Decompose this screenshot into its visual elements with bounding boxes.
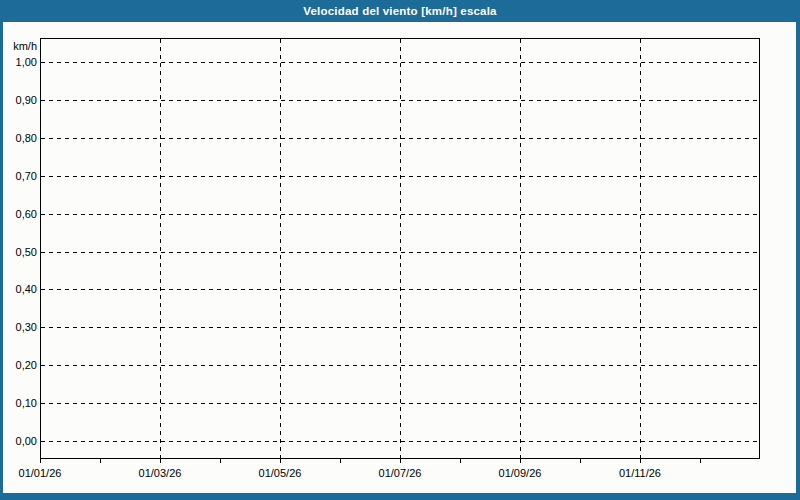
x-tick bbox=[160, 459, 161, 463]
x-tick bbox=[280, 459, 281, 463]
x-tick bbox=[40, 459, 41, 463]
x-tick bbox=[520, 459, 521, 463]
x-tick bbox=[340, 459, 341, 463]
x-tick-label: 01/01/26 bbox=[4, 467, 76, 479]
x-tick bbox=[580, 459, 581, 463]
y-tick-label: 0,70 bbox=[0, 170, 37, 183]
x-tick bbox=[640, 459, 641, 463]
x-gridline bbox=[160, 39, 161, 458]
y-tick-label: 1,00 bbox=[0, 56, 37, 69]
y-tick-label: 0,00 bbox=[0, 435, 37, 448]
title-bar: Velocidad del viento [km/h] escala bbox=[0, 0, 800, 22]
x-gridline bbox=[400, 39, 401, 458]
x-gridline bbox=[520, 39, 521, 458]
y-tick-label: 0,40 bbox=[0, 283, 37, 296]
y-tick-label: 0,80 bbox=[0, 132, 37, 145]
chart-window: Velocidad del viento [km/h] escala km/h … bbox=[0, 0, 800, 500]
plot-area: km/h 1,000,900,800,700,600,500,400,300,2… bbox=[40, 38, 760, 459]
y-tick-label: 0,60 bbox=[0, 208, 37, 221]
chart-title: Velocidad del viento [km/h] escala bbox=[303, 5, 496, 17]
y-tick-label: 0,50 bbox=[0, 246, 37, 259]
x-tick bbox=[100, 459, 101, 463]
chart-canvas: km/h 1,000,900,800,700,600,500,400,300,2… bbox=[3, 22, 796, 493]
x-tick-label: 01/05/26 bbox=[244, 467, 316, 479]
x-tick-label: 01/07/26 bbox=[364, 467, 436, 479]
x-tick-label: 01/11/26 bbox=[604, 467, 676, 479]
x-gridline bbox=[640, 39, 641, 458]
y-axis-unit-label: km/h bbox=[0, 40, 37, 53]
x-tick-label: 01/03/26 bbox=[124, 467, 196, 479]
y-tick-label: 0,90 bbox=[0, 94, 37, 107]
x-gridline bbox=[280, 39, 281, 458]
x-tick bbox=[460, 459, 461, 463]
x-tick bbox=[700, 459, 701, 463]
y-tick-label: 0,20 bbox=[0, 359, 37, 372]
y-tick-label: 0,10 bbox=[0, 397, 37, 410]
x-tick-label: 01/09/26 bbox=[484, 467, 556, 479]
x-tick bbox=[220, 459, 221, 463]
x-tick bbox=[400, 459, 401, 463]
y-tick-label: 0,30 bbox=[0, 321, 37, 334]
